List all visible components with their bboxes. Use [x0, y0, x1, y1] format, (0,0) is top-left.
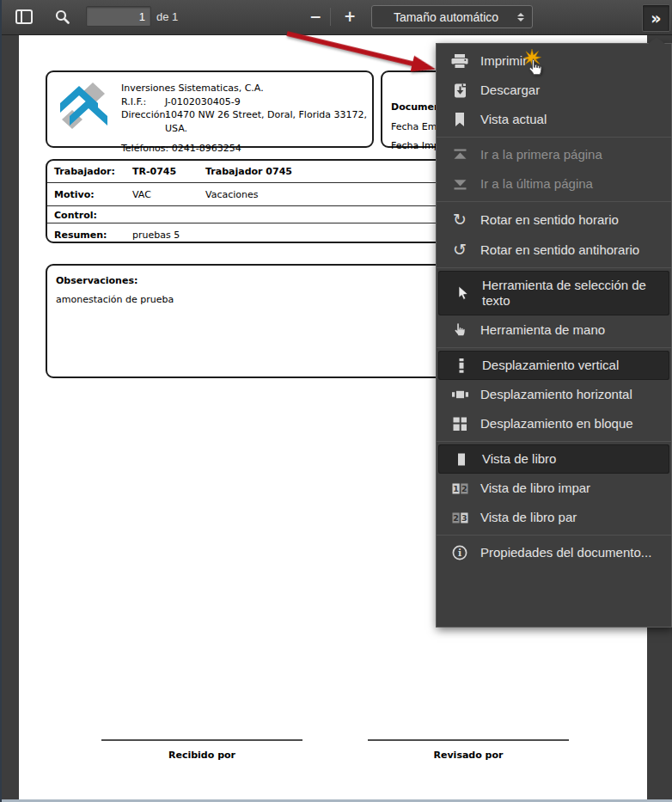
company-logo	[58, 81, 111, 136]
menu-item-first-page: Ir a la primera página	[437, 140, 671, 169]
observations-label: Observaciones:	[56, 275, 137, 286]
menu-item-label: Rotar en sentido horario	[480, 212, 619, 228]
zoom-select-value: Tamaño automático	[394, 10, 498, 24]
svg-text:1: 1	[453, 484, 459, 493]
menu-separator	[437, 137, 671, 138]
menu-item-current-view[interactable]: Vista actual	[437, 105, 671, 134]
secondary-toolbar-menu: Imprimir Descargar Vista actual Ir a la …	[436, 43, 672, 628]
field-label: Control:	[47, 210, 132, 221]
company-name: Inversiones Sistematicas, C.A.	[121, 82, 372, 95]
menu-item-label: Vista de libro par	[480, 510, 577, 525]
menu-item-label: Ir a la primera página	[480, 147, 602, 162]
double-chevron-icon: »	[651, 10, 661, 27]
menu-item-last-page: Ir a la última página	[437, 169, 671, 199]
viewer-toolbar: de 1 − + Tamaño automático »	[0, 0, 672, 35]
menu-item-label: Descargar	[480, 83, 540, 98]
select-spinner-icon	[517, 13, 524, 21]
company-info: Inversiones Sistematicas, C.A. R.I.F.: J…	[121, 82, 372, 156]
menu-separator	[437, 347, 671, 348]
printer-icon	[450, 54, 469, 69]
menu-item-label: Herramienta de mano	[480, 322, 605, 338]
scroll-vertical-icon	[452, 358, 471, 373]
menu-item-rotate-ccw[interactable]: ↺ Rotar en sentido antihorario	[437, 235, 671, 265]
menu-item-label: Propiedades del documento...	[480, 545, 651, 560]
field-label: Trabajador:	[47, 166, 132, 177]
book-view-icon	[452, 453, 471, 466]
go-to-last-page-icon	[450, 178, 469, 190]
rotate-counterclockwise-icon: ↺	[450, 242, 469, 258]
window-edge	[0, 0, 2, 802]
signature-label-reviewed: Revisado por	[368, 750, 569, 761]
sidebar-toggle-icon	[15, 9, 33, 24]
menu-item-book-view-even[interactable]: 23 Vista de libro par	[437, 503, 671, 532]
rotate-clockwise-icon: ↻	[450, 211, 469, 228]
address-label: Dirección:	[121, 108, 165, 135]
field-code: VAC	[132, 189, 205, 200]
menu-item-label: Vista de libro impar	[480, 481, 590, 496]
info-icon: i	[450, 545, 469, 560]
company-header-box: Inversiones Sistematicas, C.A. R.I.F.: J…	[46, 70, 374, 148]
minus-icon: −	[309, 8, 321, 25]
menu-item-scroll-wrapped[interactable]: Desplazamiento en bloque	[437, 409, 671, 438]
menu-item-label: Imprimir	[480, 53, 527, 69]
go-to-first-page-icon	[450, 149, 469, 161]
menu-item-book-view-odd[interactable]: 12 Vista de libro impar	[437, 474, 671, 503]
odd-spreads-icon: 12	[450, 482, 469, 495]
field-code: TR-0745	[132, 166, 205, 177]
svg-text:i: i	[458, 548, 461, 559]
bookmark-icon	[450, 113, 469, 126]
menu-item-rotate-cw[interactable]: ↻ Rotar en sentido horario	[437, 205, 671, 235]
find-button[interactable]	[49, 4, 75, 28]
toolbar-divider	[330, 8, 331, 26]
zoom-in-button[interactable]: +	[337, 4, 363, 28]
menu-item-book-view[interactable]: Vista de libro	[438, 444, 669, 474]
zoom-out-button[interactable]: −	[302, 4, 328, 28]
menu-separator	[437, 535, 671, 536]
menu-item-scroll-vertical[interactable]: Desplazamiento vertical	[438, 351, 669, 380]
sidebar-toggle-button[interactable]	[11, 4, 37, 28]
signature-label-received: Recibido por	[101, 750, 302, 761]
scroll-wrapped-grid-icon	[450, 417, 469, 432]
menu-item-label: Rotar en sentido antihorario	[480, 242, 639, 258]
svg-text:2: 2	[461, 484, 467, 493]
menu-item-label: Desplazamiento en bloque	[480, 416, 633, 432]
menu-item-download[interactable]: Descargar	[437, 76, 671, 105]
field-label: Resumen:	[47, 230, 132, 241]
menu-separator	[437, 441, 671, 442]
menu-item-label: Herramienta de selección de texto	[482, 278, 663, 309]
page-count-label: de 1	[156, 10, 178, 23]
page-number-input[interactable]	[86, 6, 151, 27]
menu-separator	[437, 201, 671, 202]
menu-item-text-selection-tool[interactable]: Herramienta de selección de texto	[438, 271, 669, 315]
field-label: Motivo:	[47, 189, 132, 200]
menu-item-scroll-horizontal[interactable]: Desplazamiento horizontal	[437, 380, 671, 409]
search-icon	[54, 9, 70, 24]
menu-item-label: Vista de libro	[482, 451, 556, 467]
signature-line-left	[101, 739, 302, 741]
menu-separator	[437, 267, 671, 268]
plus-icon: +	[344, 8, 356, 25]
menu-item-hand-tool[interactable]: Herramienta de mano	[437, 315, 671, 345]
secondary-toolbar-toggle-button[interactable]: »	[642, 4, 670, 32]
hand-icon	[450, 322, 469, 338]
address-value: 10470 NW 26 Street, Doral, Florida 33172…	[165, 108, 372, 135]
signature-line-right	[368, 739, 569, 741]
scroll-horizontal-icon	[450, 390, 469, 399]
svg-text:2: 2	[453, 513, 459, 523]
observations-text: amonestación de prueba	[56, 294, 174, 305]
menu-item-label: Ir a la última página	[480, 176, 593, 192]
cursor-arrow-icon	[452, 285, 471, 301]
svg-text:3: 3	[461, 513, 467, 523]
menu-item-label: Desplazamiento vertical	[482, 358, 619, 373]
menu-item-print[interactable]: Imprimir	[437, 46, 671, 76]
menu-item-label: Vista actual	[480, 112, 547, 127]
rif-label: R.I.F.:	[121, 95, 165, 109]
pdf-viewer-window: de 1 − + Tamaño automático »	[0, 0, 672, 802]
field-code: pruebas 5	[132, 230, 205, 241]
download-icon	[450, 83, 469, 98]
menu-item-label: Desplazamiento horizontal	[480, 387, 632, 402]
zoom-level-select[interactable]: Tamaño automático	[371, 5, 533, 28]
rif-value: J-0102030405-9	[165, 95, 241, 109]
even-spreads-icon: 23	[450, 511, 469, 524]
menu-item-document-properties[interactable]: i Propiedades del documento...	[437, 538, 671, 567]
